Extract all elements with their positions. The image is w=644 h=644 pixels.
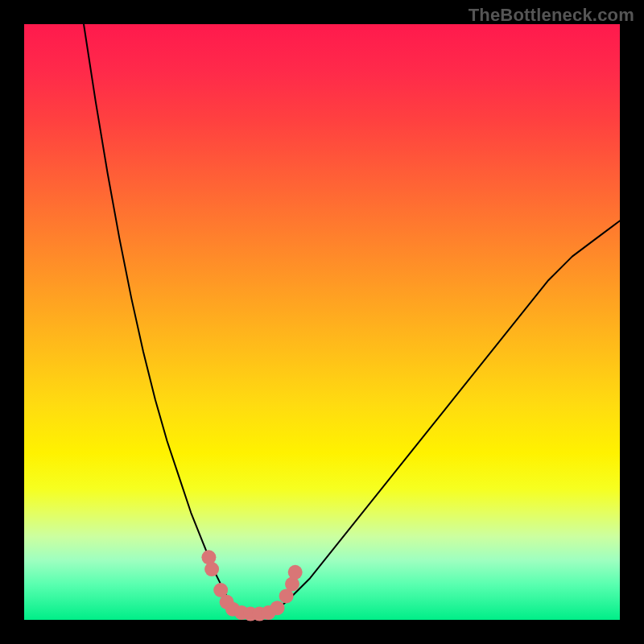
plot-area (24, 24, 620, 620)
curve-left-branch (84, 24, 238, 611)
data-marker (270, 601, 285, 615)
data-marker (288, 565, 303, 580)
chart-svg (24, 24, 620, 620)
curve-right-branch (275, 221, 620, 611)
lines-layer (84, 24, 620, 614)
markers-layer (201, 550, 302, 621)
chart-container: TheBottleneck.com (0, 0, 644, 644)
watermark-text: TheBottleneck.com (469, 5, 634, 26)
data-marker (204, 562, 219, 576)
